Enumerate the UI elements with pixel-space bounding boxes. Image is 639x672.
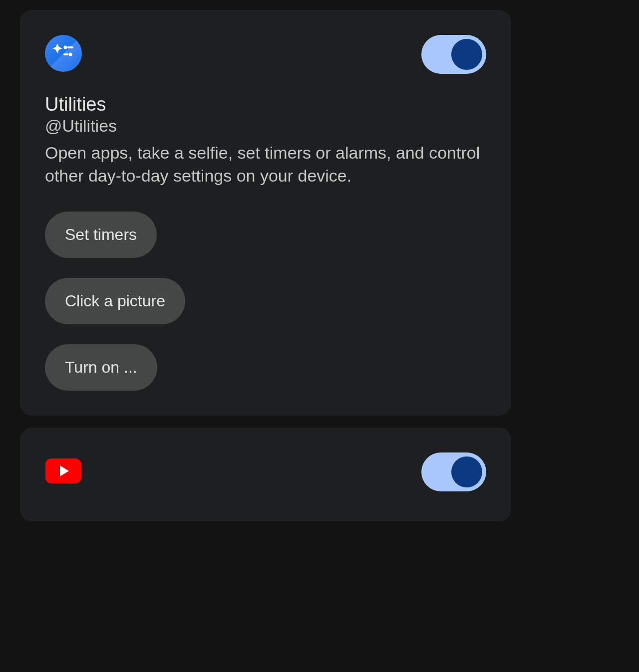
svg-point-0 — [64, 46, 67, 49]
card-title: Utilities — [45, 94, 486, 115]
svg-rect-3 — [63, 53, 68, 55]
chip-click-picture[interactable]: Click a picture — [45, 278, 185, 324]
youtube-icon — [45, 458, 81, 483]
utilities-icon — [45, 35, 82, 72]
svg-rect-1 — [67, 46, 73, 48]
play-icon — [60, 465, 69, 476]
chip-turn-on[interactable]: Turn on ... — [45, 344, 157, 391]
chip-container: Set timers Click a picture Turn on ... — [45, 212, 486, 391]
sparkle-sliders-icon — [51, 41, 75, 65]
youtube-card — [20, 428, 511, 521]
card-handle: @Utilities — [45, 116, 486, 136]
toggle-knob — [451, 456, 482, 487]
card-description: Open apps, take a selfie, set timers or … — [45, 142, 486, 188]
toggle-knob — [451, 39, 482, 70]
card-header — [45, 452, 486, 491]
card-header — [45, 35, 486, 74]
utilities-card: Utilities @Utilities Open apps, take a s… — [20, 10, 511, 416]
utilities-toggle[interactable] — [421, 35, 486, 74]
utilities-icon-container — [45, 35, 82, 72]
svg-point-2 — [69, 53, 72, 56]
youtube-icon-container — [45, 452, 82, 489]
youtube-toggle[interactable] — [421, 452, 486, 491]
chip-set-timers[interactable]: Set timers — [45, 212, 157, 258]
